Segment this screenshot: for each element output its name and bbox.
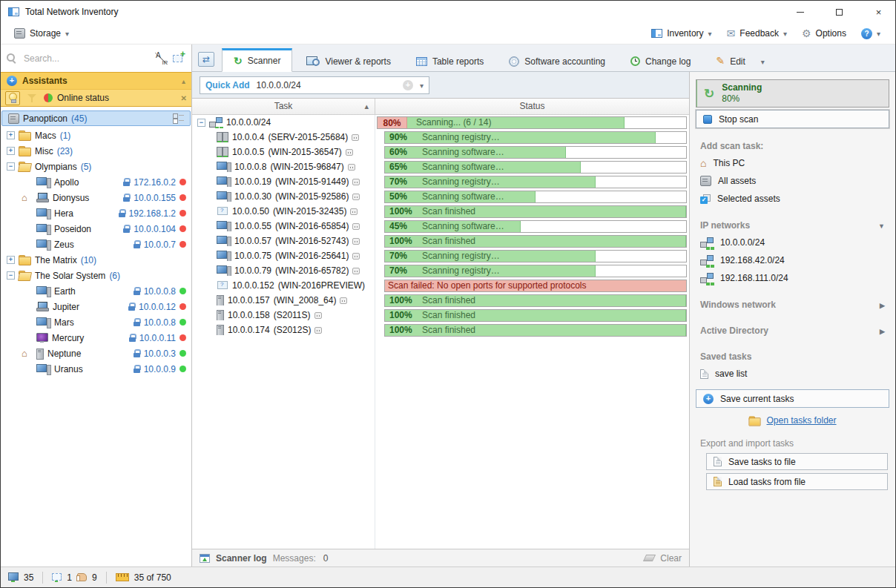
- agent-icon: [346, 149, 353, 156]
- windows-network-header[interactable]: Windows network: [700, 300, 885, 310]
- feedback-menu[interactable]: Feedback: [721, 26, 793, 42]
- column-header-status[interactable]: Status: [375, 99, 689, 114]
- tree-item-zeus[interactable]: Zeus 10.0.0.7: [1, 237, 191, 252]
- device-name: Zeus: [54, 240, 74, 250]
- options-menu[interactable]: Options: [796, 26, 852, 42]
- storage-menu[interactable]: Storage: [8, 26, 75, 41]
- license-ruler-icon: [116, 573, 129, 581]
- clear-log-button[interactable]: Clear: [660, 553, 682, 564]
- minimize-button[interactable]: [783, 1, 817, 23]
- add-task-this-pc[interactable]: This PC: [690, 154, 895, 172]
- chevron-down-icon[interactable]: [761, 56, 765, 67]
- add-icon[interactable]: [403, 80, 413, 90]
- task-row[interactable]: 10.0.0.157 (WIN_2008_64) 100% Scan finis…: [192, 293, 689, 308]
- device-name: Mercury: [52, 333, 84, 343]
- tab-table-reports[interactable]: Table reports: [405, 51, 495, 71]
- help-menu[interactable]: ?: [855, 26, 886, 42]
- column-header-task[interactable]: Task: [192, 99, 375, 114]
- tree-folder-misc[interactable]: Misc (23): [1, 143, 191, 159]
- tree-item-mars[interactable]: Mars 10.0.0.8: [1, 314, 191, 330]
- agent-icon: [352, 194, 360, 200]
- tab-edit[interactable]: Edit: [705, 51, 775, 71]
- laptop-icon: [36, 193, 49, 202]
- collapse-icon[interactable]: [7, 271, 15, 280]
- expand-icon[interactable]: [7, 131, 15, 139]
- device-name: Apollo: [54, 177, 79, 188]
- chevron-down-icon[interactable]: [420, 80, 424, 90]
- tab-change-log[interactable]: Change log: [619, 51, 702, 71]
- task-row[interactable]: 10.0.0.19 (WIN-2015-91449) 70% Scanning …: [192, 174, 689, 189]
- tree-item-uranus[interactable]: Uranus 10.0.0.9: [1, 361, 191, 377]
- tree-item-neptune[interactable]: Neptune 10.0.0.3: [1, 346, 191, 361]
- tree-count: (5): [81, 162, 92, 172]
- task-row[interactable]: 10.0.0.5 (WIN-2015-36547) 60% Scanning s…: [192, 145, 689, 159]
- load-tasks-from-file-button[interactable]: Load tasks from file: [706, 473, 888, 490]
- tab-software-accounting[interactable]: Software accounting: [498, 51, 616, 71]
- save-current-tasks-button[interactable]: Save current tasks: [696, 389, 889, 408]
- tree-item-apollo[interactable]: Apollo 172.16.0.2: [1, 174, 191, 190]
- add-task-all-assets[interactable]: All assets: [690, 172, 895, 190]
- task-row[interactable]: 10.0.0.8 (WIN-2015-96847) 65% Scanning s…: [192, 159, 689, 174]
- ip-networks-header[interactable]: IP networks: [700, 220, 885, 231]
- task-row[interactable]: 10.0.0.174 (S2012S) 100% Scan finished: [192, 323, 689, 337]
- expand-icon[interactable]: [7, 147, 15, 155]
- saved-task-item[interactable]: save list: [690, 365, 895, 383]
- task-row[interactable]: 10.0.0.4 (SERV-2015-25684) 90% Scanning …: [192, 130, 689, 145]
- tree-folder-solar-system[interactable]: The Solar System (6): [1, 268, 191, 283]
- task-row[interactable]: 10.0.0.50 (WIN-2015-32435) 100% Scan fin…: [192, 204, 689, 219]
- tree-item-dionysus[interactable]: Dionysus 10.0.0.155: [1, 190, 191, 205]
- tab-viewer-reports[interactable]: Viewer & reports: [295, 51, 401, 71]
- alpha-ip-sort-icon[interactable]: [155, 53, 168, 65]
- ip-network-item[interactable]: 192.168.42.0/24: [690, 251, 895, 269]
- tree-item-jupiter[interactable]: Jupiter 10.0.0.12: [1, 299, 191, 314]
- inventory-menu[interactable]: Inventory: [645, 26, 717, 41]
- tree-item-panopticon[interactable]: Panopticon (45): [1, 110, 191, 126]
- tower-icon: [36, 348, 44, 359]
- task-row[interactable]: 10.0.0.158 (S2011S) 100% Scan finished: [192, 308, 689, 323]
- task-row[interactable]: 10.0.0.57 (WIN-2016-52743) 100% Scan fin…: [192, 234, 689, 248]
- tree-folder-olympians[interactable]: Olympians (5): [1, 159, 191, 174]
- tree-item-mercury[interactable]: Mercury 10.0.0.11: [1, 330, 191, 346]
- desktop-icon: [217, 162, 231, 172]
- tree-item-earth[interactable]: Earth 10.0.0.8: [1, 283, 191, 299]
- tree-folder-the-matrix[interactable]: The Matrix (10): [1, 252, 191, 268]
- maximize-button[interactable]: [823, 1, 856, 23]
- ip-network-item[interactable]: 192.168.111.0/24: [690, 269, 895, 287]
- collapse-icon[interactable]: [7, 162, 15, 171]
- task-row-failed[interactable]: 10.0.0.152 (WIN-2016PREVIEW) Scan failed…: [192, 278, 689, 293]
- open-tasks-folder-link[interactable]: Open tasks folder: [766, 415, 836, 426]
- tree-folder-macs[interactable]: Macs (1): [1, 128, 191, 143]
- progress-percent: 100%: [389, 236, 416, 246]
- checklist-icon[interactable]: [173, 113, 185, 123]
- checkbox-icon: [700, 194, 711, 204]
- search-input[interactable]: [22, 53, 150, 65]
- save-tasks-to-file-button[interactable]: Save tasks to file: [706, 453, 888, 470]
- quick-add-input[interactable]: Quick Add 10.0.0.0/24: [200, 76, 429, 94]
- add-assistant-icon[interactable]: [7, 76, 17, 86]
- online-dot: [179, 288, 186, 294]
- task-row-root[interactable]: 10.0.0.0/24 80% Scanning... (6 / 14): [192, 115, 689, 130]
- expand-icon[interactable]: [7, 256, 15, 264]
- add-task-selected-assets[interactable]: Selected assets: [690, 190, 895, 208]
- collapse-panel-icon[interactable]: [182, 76, 185, 86]
- highlight-toggle-button[interactable]: [5, 91, 20, 105]
- toggle-sidebar-button[interactable]: [198, 52, 214, 67]
- tree-item-poseidon[interactable]: Poseidon 10.0.0.104: [1, 221, 191, 237]
- tab-scanner[interactable]: Scanner: [222, 48, 292, 72]
- tab-label: Edit: [730, 56, 745, 67]
- task-row[interactable]: 10.0.0.75 (WIN-2016-25641) 70% Scanning …: [192, 248, 689, 263]
- stop-scan-button[interactable]: Stop scan: [696, 110, 889, 128]
- tree-item-hera[interactable]: Hera 192.168.1.2: [1, 205, 191, 221]
- task-row[interactable]: 10.0.0.55 (WIN-2016-65854) 45% Scanning …: [192, 219, 689, 234]
- task-row[interactable]: 10.0.0.79 (WIN-2016-65782) 70% Scanning …: [192, 263, 689, 278]
- close-icon[interactable]: [181, 93, 187, 103]
- filter-toggle-button[interactable]: [24, 91, 39, 105]
- collapse-icon[interactable]: [197, 119, 205, 127]
- scanner-log-bar[interactable]: Scanner log Messages: 0 Clear: [192, 549, 689, 566]
- ip-network-item[interactable]: 10.0.0.0/24: [690, 234, 895, 251]
- close-button[interactable]: ×: [862, 1, 895, 23]
- progress-status: Scanning software…: [422, 147, 504, 157]
- task-row[interactable]: 10.0.0.30 (WIN-2015-92586) 50% Scanning …: [192, 189, 689, 204]
- add-device-icon[interactable]: [173, 53, 185, 64]
- active-directory-header[interactable]: Active Directory: [700, 326, 885, 336]
